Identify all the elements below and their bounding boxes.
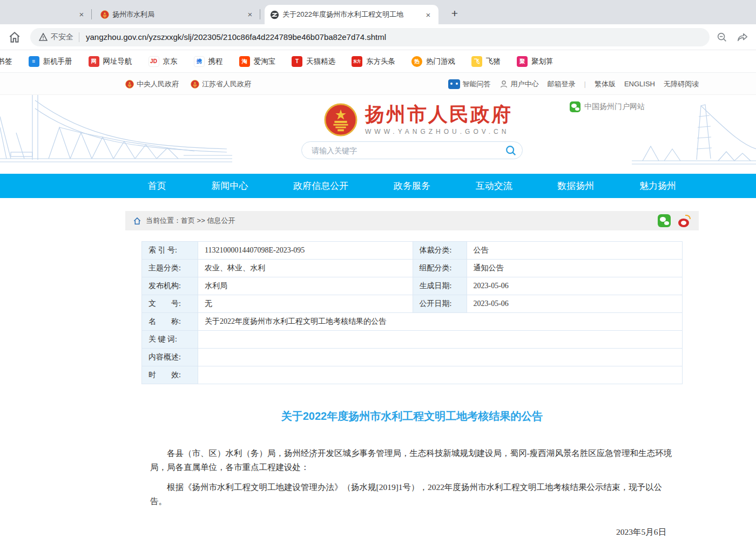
bookmark-jd[interactable]: JD 京东	[148, 56, 178, 67]
bookmark-eastday[interactable]: 东方 东方头条	[352, 56, 395, 67]
breadcrumb-bar: 当前位置：首页 >> 信息公开	[125, 211, 699, 230]
wechat-share-icon[interactable]	[658, 214, 671, 227]
link-user-center[interactable]: 用户中心	[500, 79, 539, 89]
meta-value	[198, 366, 682, 384]
bookmark-label: 京东	[163, 57, 178, 66]
address-divider	[79, 32, 79, 42]
table-row: 文 号: 无 公开日期: 2023-05-06	[142, 295, 683, 313]
url-text[interactable]: yangzhou.gov.cn/yzszxxgk/slj/202305/210c…	[86, 32, 386, 42]
link-label: 无障碍阅读	[664, 79, 699, 89]
bookmark-juhuasuan[interactable]: 聚 聚划算	[517, 56, 554, 67]
nav-item-interaction[interactable]: 互动交流	[476, 180, 512, 192]
tab-close-icon[interactable]: ×	[423, 10, 433, 19]
meta-label: 主题分类:	[142, 260, 198, 277]
portal-link[interactable]: 中国扬州门户网站	[570, 101, 645, 112]
meta-value: 通知公告	[467, 260, 682, 277]
breadcrumb[interactable]: 当前位置：首页 >> 信息公开	[146, 216, 235, 226]
nav-item-data[interactable]: 数据扬州	[557, 180, 594, 192]
bookmark-label: 网址导航	[103, 57, 132, 66]
meta-label: 发布机构:	[142, 277, 198, 295]
document-meta-table: 索 引 号: 11321000014407098E-2023-095 体裁分类:…	[141, 241, 683, 384]
meta-label: 名 称:	[142, 313, 198, 331]
meta-value	[198, 349, 682, 366]
meta-label: 文 号:	[142, 295, 198, 313]
link-central-government[interactable]: 中央人民政府	[125, 79, 179, 89]
browser-tab-previous[interactable]: ×	[0, 4, 92, 24]
bookmark-tmall[interactable]: T 天猫精选	[292, 56, 335, 67]
link-traditional-chinese[interactable]: 繁体版	[595, 79, 616, 89]
bookmark-aitaobao[interactable]: 淘 爱淘宝	[239, 56, 276, 67]
fliggy-icon: 飞	[471, 56, 482, 67]
wechat-icon	[570, 101, 580, 112]
national-emblem-icon	[324, 101, 357, 138]
link-mail-login[interactable]: 邮箱登录	[548, 79, 576, 89]
gov-emblem-icon	[125, 79, 134, 89]
zoom-out-icon[interactable]	[716, 31, 728, 43]
link-label: 江苏省人民政府	[202, 79, 251, 89]
link-english[interactable]: ENGLISH	[624, 80, 655, 88]
nav-item-home[interactable]: 首页	[148, 180, 166, 192]
bookmark-label: 机书签	[0, 57, 12, 66]
tab-divider	[260, 9, 260, 19]
document-meta-section: 索 引 号: 11321000014407098E-2023-095 体裁分类:…	[125, 230, 699, 384]
bookmarks-bar: 机书签 ≡ 新机手册 网 网址导航 JD 京东 携 携程 淘 爱淘宝 T 天猫精…	[0, 50, 756, 73]
link-smart-qa[interactable]: 智能问答	[448, 79, 491, 89]
tab-divider	[91, 9, 92, 19]
link-accessibility[interactable]: 无障碍阅读	[664, 79, 699, 89]
meta-label: 组配分类:	[413, 260, 467, 277]
bookmark-label: 聚划算	[531, 57, 554, 66]
meta-value: 水利局	[198, 277, 413, 295]
meta-value: 公告	[467, 242, 682, 260]
browser-tab-active-announcement[interactable]: 关于2022年度扬州市水利工程文明工地 ×	[265, 5, 438, 24]
bookmark-label: 天猫精选	[306, 57, 335, 66]
meta-label: 内容概述:	[142, 349, 198, 366]
bookmark-fliggy[interactable]: 飞 飞猪	[471, 56, 501, 67]
meta-value: 2023-05-06	[467, 277, 682, 295]
new-tab-button[interactable]: +	[447, 6, 462, 21]
link-label: 繁体版	[595, 79, 616, 89]
tab-close-icon[interactable]: ×	[245, 10, 255, 19]
link-label: 用户中心	[511, 79, 539, 89]
site-search-box	[301, 141, 523, 159]
bookmark-hot-games[interactable]: 热 热门游戏	[411, 56, 455, 67]
home-icon[interactable]	[8, 30, 22, 44]
security-status-label[interactable]: 不安全	[51, 32, 73, 42]
browser-toolbar: 不安全 yangzhou.gov.cn/yzszxxgk/slj/202305/…	[0, 24, 756, 50]
manual-icon: ≡	[29, 56, 39, 67]
meta-value: 农业、林业、水利	[198, 260, 413, 277]
article-paragraph: 各县（市、区）水利（务）局，扬州经济开发区城乡事务管理局，生态科技新城规划建设局…	[150, 446, 674, 475]
browser-favicon	[270, 10, 279, 19]
nav-item-services[interactable]: 政务服务	[394, 180, 430, 192]
weibo-share-icon[interactable]	[678, 214, 691, 227]
gov-emblem-icon	[191, 79, 199, 89]
tab-title: 扬州市水利局	[112, 10, 154, 19]
breadcrumb-home-icon	[133, 217, 141, 225]
site-subtitle-url: WWW.YANGZHOU.GOV.CN	[365, 128, 512, 135]
nav-item-charm[interactable]: 魅力扬州	[639, 180, 676, 192]
nav-site-icon: 网	[89, 56, 99, 67]
site-logo[interactable]: 扬州市人民政府 WWW.YANGZHOU.GOV.CN	[324, 101, 512, 138]
article-title: 关于2022年度扬州市水利工程文明工地考核结果的公告	[125, 409, 699, 424]
search-input[interactable]	[312, 146, 503, 155]
bookmark-url-navigation[interactable]: 网 网址导航	[89, 56, 132, 67]
address-bar[interactable]: 不安全 yangzhou.gov.cn/yzszxxgk/slj/202305/…	[30, 28, 710, 46]
taobao-icon: 淘	[239, 56, 250, 67]
search-button[interactable]	[503, 142, 519, 159]
tmall-icon: T	[292, 56, 302, 67]
nav-item-gov-info[interactable]: 政府信息公开	[293, 180, 348, 192]
tab-close-icon[interactable]: ×	[77, 10, 86, 19]
browser-tab-yangzhou-water[interactable]: 扬州市水利局 ×	[95, 4, 260, 24]
link-jiangsu-government[interactable]: 江苏省人民政府	[191, 79, 251, 89]
bookmark-ctrip[interactable]: 携 携程	[194, 56, 223, 67]
meta-label: 时 效:	[142, 366, 198, 384]
robot-icon	[448, 79, 460, 89]
bookmark-phone-marks[interactable]: 机书签	[0, 57, 12, 66]
nav-item-news[interactable]: 新闻中心	[212, 180, 248, 192]
table-row: 时 效:	[142, 366, 683, 384]
table-row: 名 称: 关于2022年度扬州市水利工程文明工地考核结果的公告	[142, 313, 683, 331]
tab-title: 关于2022年度扬州市水利工程文明工地	[282, 10, 403, 19]
meta-value: 无	[198, 295, 413, 313]
ctrip-icon: 携	[194, 56, 205, 67]
bookmark-new-phone-manual[interactable]: ≡ 新机手册	[29, 56, 72, 67]
share-icon[interactable]	[737, 31, 748, 43]
